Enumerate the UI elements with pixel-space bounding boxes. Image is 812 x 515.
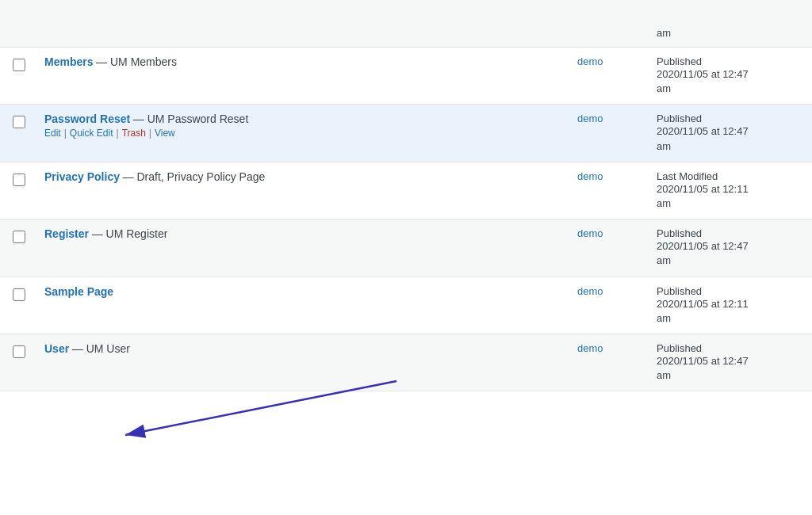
checkbox-privacy-policy[interactable] bbox=[13, 174, 25, 186]
author-link-register[interactable]: demo bbox=[577, 227, 603, 239]
title-link-register[interactable]: Register bbox=[44, 227, 89, 240]
date-label-register: Published bbox=[657, 227, 799, 239]
table-row-members: Members — UM Members demo Published 2020… bbox=[0, 48, 812, 105]
date-value-register: 2020/11/05 at 12:47 bbox=[657, 240, 749, 252]
checkbox-members[interactable] bbox=[13, 59, 25, 71]
checkbox-user[interactable] bbox=[13, 345, 25, 358]
checkbox-password-reset[interactable] bbox=[13, 116, 25, 128]
row-actions-password-reset: Edit | Quick Edit | Trash | View bbox=[44, 128, 561, 139]
table-row-user: User — UM User demo Published 2020/11/05… bbox=[0, 334, 812, 391]
table-row-privacy-policy: Privacy Policy — Draft, Privacy Policy P… bbox=[0, 162, 812, 219]
check-col-register bbox=[13, 227, 44, 246]
title-col-privacy-policy: Privacy Policy — Draft, Privacy Policy P… bbox=[44, 170, 577, 183]
date-label-privacy-policy: Last Modified bbox=[657, 170, 799, 182]
date-suffix-privacy-policy: am bbox=[657, 197, 671, 209]
title-link-user[interactable]: User bbox=[44, 342, 69, 355]
date-col: am bbox=[657, 27, 799, 39]
check-col-user bbox=[13, 342, 44, 360]
pages-table: am Members — UM Members demo Published 2… bbox=[0, 0, 812, 391]
checkbox-sample-page[interactable] bbox=[13, 288, 25, 301]
check-col-members bbox=[13, 55, 44, 74]
table-row-partial: am bbox=[0, 0, 812, 48]
checkbox-register[interactable] bbox=[13, 231, 25, 243]
author-col-privacy-policy: demo bbox=[577, 170, 657, 182]
check-col-privacy-policy bbox=[13, 170, 44, 189]
author-col-user: demo bbox=[577, 342, 657, 354]
check-col-password-reset bbox=[13, 113, 44, 131]
date-label-password-reset: Published bbox=[657, 113, 799, 124]
date-value-password-reset: 2020/11/05 at 12:47 bbox=[657, 125, 749, 137]
partial-date-text: am bbox=[657, 27, 671, 39]
check-col-sample-page bbox=[13, 285, 44, 303]
date-col-register: Published 2020/11/05 at 12:47 am bbox=[657, 227, 799, 268]
date-col-sample-page: Published 2020/11/05 at 12:11 am bbox=[657, 285, 799, 326]
date-value-user: 2020/11/05 at 12:47 bbox=[657, 355, 749, 367]
author-link-sample-page[interactable]: demo bbox=[577, 285, 603, 297]
date-col-privacy-policy: Last Modified 2020/11/05 at 12:11 am bbox=[657, 170, 799, 211]
title-link-members[interactable]: Members bbox=[44, 55, 93, 68]
author-link-members[interactable]: demo bbox=[577, 55, 603, 67]
date-value-sample-page: 2020/11/05 at 12:11 bbox=[657, 298, 749, 310]
author-col-members: demo bbox=[577, 55, 657, 67]
check-col bbox=[13, 37, 44, 39]
table-row-sample-page: Sample Page demo Published 2020/11/05 at… bbox=[0, 277, 812, 334]
author-link-user[interactable]: demo bbox=[577, 342, 603, 354]
title-link-password-reset[interactable]: Password Reset bbox=[44, 113, 130, 125]
date-label-sample-page: Published bbox=[657, 285, 799, 297]
action-view-password-reset[interactable]: View bbox=[155, 128, 175, 139]
title-suffix-privacy-policy: — Draft, Privacy Policy Page bbox=[123, 170, 266, 183]
date-value-members: 2020/11/05 at 12:47 bbox=[657, 68, 749, 80]
date-suffix-members: am bbox=[657, 82, 671, 94]
date-value-privacy-policy: 2020/11/05 at 12:11 bbox=[657, 183, 749, 195]
title-link-privacy-policy[interactable]: Privacy Policy bbox=[44, 170, 120, 183]
title-suffix-password-reset: — UM Password Reset bbox=[133, 113, 248, 125]
date-col-members: Published 2020/11/05 at 12:47 am bbox=[657, 55, 799, 96]
author-link-privacy-policy[interactable]: demo bbox=[577, 170, 603, 182]
author-link-password-reset[interactable]: demo bbox=[577, 113, 603, 124]
date-col-user: Published 2020/11/05 at 12:47 am bbox=[657, 342, 799, 383]
page-wrapper: am Members — UM Members demo Published 2… bbox=[0, 0, 812, 515]
action-edit-password-reset[interactable]: Edit bbox=[44, 128, 61, 139]
title-suffix-user: — UM User bbox=[72, 342, 130, 355]
table-row-password-reset: Password Reset — UM Password Reset Edit … bbox=[0, 105, 812, 162]
date-suffix-register: am bbox=[657, 254, 671, 266]
title-col-sample-page: Sample Page bbox=[44, 285, 577, 298]
date-suffix-sample-page: am bbox=[657, 312, 671, 324]
action-quick-edit-password-reset[interactable]: Quick Edit bbox=[70, 128, 113, 139]
author-col-password-reset: demo bbox=[577, 113, 657, 124]
title-col-members: Members — UM Members bbox=[44, 55, 577, 68]
date-suffix-password-reset: am bbox=[657, 140, 671, 152]
author-col-sample-page: demo bbox=[577, 285, 657, 297]
date-suffix-user: am bbox=[657, 369, 671, 381]
title-link-sample-page[interactable]: Sample Page bbox=[44, 285, 113, 298]
title-col-password-reset: Password Reset — UM Password Reset Edit … bbox=[44, 113, 577, 139]
action-trash-password-reset[interactable]: Trash bbox=[122, 128, 146, 139]
date-label-user: Published bbox=[657, 342, 799, 354]
date-label-members: Published bbox=[657, 55, 799, 67]
title-suffix-register: — UM Register bbox=[92, 227, 168, 240]
title-col-user: User — UM User bbox=[44, 342, 577, 355]
date-col-password-reset: Published 2020/11/05 at 12:47 am bbox=[657, 113, 799, 153]
table-row-register: Register — UM Register demo Published 20… bbox=[0, 219, 812, 277]
title-col-register: Register — UM Register bbox=[44, 227, 577, 240]
author-col-register: demo bbox=[577, 227, 657, 239]
title-suffix-members: — UM Members bbox=[96, 55, 177, 68]
